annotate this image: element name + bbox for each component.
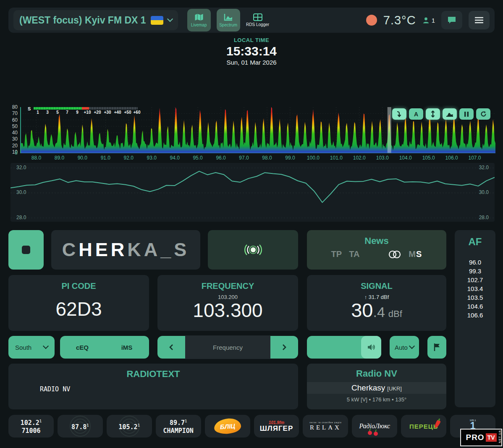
volume-thumb[interactable]	[361, 336, 381, 359]
peak-hold-button[interactable]	[392, 108, 406, 120]
ps-char: K	[127, 239, 144, 260]
s-meter-tick: +50	[124, 110, 131, 115]
mode-select[interactable]: Auto	[390, 336, 419, 359]
chat-button[interactable]	[441, 11, 462, 29]
station-info-card: Radio NV Cherkasy[UKR] 5 kW [V] ▪ 176 km…	[307, 364, 446, 409]
graph-style-button[interactable]	[443, 108, 457, 120]
y-tick: 60	[0, 117, 18, 123]
s-meter-label: S	[28, 106, 31, 111]
s-meter-tick: +20	[94, 110, 101, 115]
shlyager-logo: ШЛЯГЕР	[260, 425, 293, 432]
eq-ims-toggle[interactable]: cEQ iMS	[60, 336, 149, 359]
pi-code-card: PI CODE 62D3	[8, 275, 149, 331]
perets-logo: ПЕРЕЦЬ	[409, 423, 438, 430]
s-meter-overload	[82, 107, 89, 110]
y-tick: 30	[0, 136, 18, 142]
rds-logger-button[interactable]: RDS Logger	[246, 9, 270, 31]
top-nav: Livemap Spectrum RDS Logger	[187, 9, 270, 31]
pause-button[interactable]	[459, 108, 474, 120]
ps-name: CHERKA_S	[62, 239, 190, 261]
tune-up-button[interactable]	[270, 336, 298, 359]
ceq-toggle[interactable]: cEQ	[60, 344, 105, 351]
shlyager-freq: 101.9fm	[269, 420, 284, 425]
preset-87-8[interactable]: 87.81	[58, 415, 103, 438]
vertical-scale-button[interactable]	[426, 108, 440, 120]
spectrum-button[interactable]: Spectrum	[217, 9, 240, 31]
ta-flag: TA	[349, 249, 359, 259]
local-time-value: 15:33:14	[0, 44, 503, 58]
relax-slogan: легке та спокійне радіо	[309, 421, 342, 424]
header-right: 7.3°C 1	[366, 11, 490, 29]
protv-pro: PRO	[466, 433, 484, 442]
hist-tick-right-30: 30.0	[479, 189, 489, 195]
temperature: 7.3°C	[383, 13, 416, 27]
x-tick: 107.0	[466, 155, 484, 161]
x-tick: 92.0	[119, 155, 138, 161]
af-item: 99.3	[455, 267, 495, 275]
antenna-sup: 1	[39, 419, 42, 423]
report-flag-button[interactable]	[427, 336, 446, 359]
x-tick: 104.0	[396, 155, 415, 161]
station-name: Radio NV	[307, 368, 446, 379]
preset-relax[interactable]: легке та спокійне радіо RELAX	[303, 415, 348, 438]
preset-lux[interactable]: РадіоЛюкс	[352, 415, 397, 438]
local-time-block: LOCAL TIME 15:33:14 Sun, 01 Mar 2026	[0, 37, 503, 66]
status-dot	[366, 15, 377, 26]
af-list: 96.099.3102.7103.4103.5104.6106.6	[455, 258, 495, 320]
s-meter-tick: 5	[56, 110, 59, 115]
server-selector[interactable]: (WEST focus) Kyiv FM DX 1	[13, 10, 178, 30]
broadcast-card	[208, 230, 298, 270]
speaker-icon	[367, 343, 375, 351]
livemap-button[interactable]: Livemap	[187, 9, 211, 31]
protv-tv: TV	[486, 433, 497, 442]
s-meter-tick: +40	[114, 110, 121, 115]
ims-toggle[interactable]: iMS	[105, 344, 149, 351]
station-details: 5 kW [V] ▪ 176 km ▪ 135°	[307, 396, 446, 403]
stop-audio-button[interactable]	[8, 230, 44, 270]
y-tick: 70	[0, 110, 18, 116]
signal-label: SIGNAL	[307, 281, 446, 291]
preset-champion[interactable]: 89.71 CHAMPION	[156, 415, 201, 438]
preset-perets[interactable]: ПЕРЕЦЬ	[401, 415, 446, 438]
local-time-label: LOCAL TIME	[0, 37, 503, 43]
chevron-right-icon	[282, 344, 287, 351]
preset-102-2[interactable]: 102.21 71006	[8, 415, 54, 438]
autoscale-button[interactable]: A	[409, 108, 423, 120]
af-item: 103.5	[455, 293, 495, 302]
frequency-input[interactable]	[185, 335, 270, 359]
preset-shlyager[interactable]: 101.9fm ШЛЯГЕР	[254, 415, 299, 438]
af-card: AF 96.099.3102.7103.4103.5104.6106.6	[455, 230, 495, 407]
ps-card: CHERKA_S	[51, 230, 200, 270]
menu-button[interactable]	[469, 11, 490, 29]
chevron-down-icon	[43, 343, 49, 349]
x-tick: 97.0	[235, 155, 253, 161]
spectrum-label: Spectrum	[219, 23, 237, 27]
letter-a-icon: A	[414, 111, 418, 118]
y-tick: 80	[0, 104, 18, 110]
speech-flag: S	[416, 249, 422, 259]
cherry-icon	[368, 431, 372, 435]
tune-down-button[interactable]	[157, 336, 185, 359]
spectrum-toolbar: A	[392, 108, 490, 120]
x-tick: 90.0	[73, 155, 92, 161]
station-city: Cherkasy[UKR]	[307, 383, 446, 393]
x-tick: 106.0	[443, 155, 461, 161]
x-tick: 99.0	[281, 155, 299, 161]
antenna-select[interactable]: South	[8, 336, 55, 359]
s-meter-tick: 1	[37, 110, 39, 115]
stereo-icon	[388, 250, 401, 259]
signal-card: SIGNAL ↑ 31.7 dBf 30.4dBf	[307, 275, 446, 331]
s-meter: S 13579+10+20+30+40+50+60	[28, 106, 141, 117]
ps-char: R	[111, 239, 128, 260]
hist-tick-left-28: 28.0	[16, 215, 26, 220]
preset-105-2[interactable]: 105.21	[107, 415, 152, 438]
preset-blitz[interactable]: БЛІЦ	[205, 415, 250, 438]
volume-slider[interactable]	[307, 336, 381, 359]
user-icon	[422, 17, 430, 24]
broadcast-icon	[242, 241, 264, 258]
chevron-left-icon	[169, 344, 174, 351]
refresh-button[interactable]	[476, 108, 490, 120]
flag-icon	[433, 343, 441, 351]
s-meter-bar	[34, 107, 138, 110]
x-tick: 96.0	[212, 155, 230, 161]
